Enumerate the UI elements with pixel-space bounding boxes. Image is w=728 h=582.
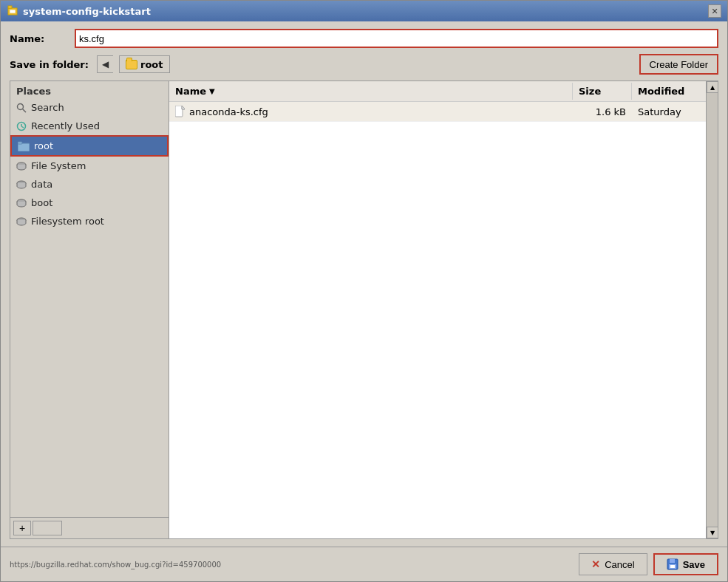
table-row[interactable]: anaconda-ks.cfg 1.6 kB Saturday — [169, 102, 706, 122]
svg-line-7 — [21, 126, 24, 128]
sidebar-item-data-label: data — [31, 179, 52, 190]
sidebar-item-filesystem[interactable]: File System — [10, 157, 169, 175]
data-icon — [16, 179, 27, 190]
dialog-footer: https://bugzilla.redhat.com/show_bug.cgi… — [1, 547, 727, 581]
filesystem-icon — [16, 161, 27, 171]
name-row: Name: — [10, 29, 718, 48]
save-label: Save — [683, 559, 705, 570]
create-folder-button[interactable]: Create Folder — [639, 54, 718, 75]
cancel-label: Cancel — [605, 559, 634, 570]
dialog-title: system-config-kickstart — [23, 6, 151, 17]
clock-icon — [16, 121, 27, 131]
svg-rect-1 — [8, 6, 12, 8]
filename-input[interactable] — [75, 29, 718, 48]
sort-arrow: ▼ — [209, 87, 215, 95]
current-folder-name: root — [140, 59, 163, 70]
file-name: anaconda-ks.cfg — [189, 106, 268, 117]
sidebar-item-data[interactable]: data — [10, 175, 169, 194]
sidebar-item-search[interactable]: Search — [10, 98, 169, 117]
name-label: Name: — [10, 33, 69, 44]
cancel-button[interactable]: ✕ Cancel — [579, 553, 647, 575]
sidebar-item-root-label: root — [34, 140, 53, 151]
column-modified[interactable]: Modified — [632, 83, 706, 100]
add-bookmark-button[interactable]: + — [13, 521, 31, 535]
sidebar-item-boot[interactable]: boot — [10, 194, 169, 212]
save-button[interactable]: Save — [653, 553, 718, 575]
sidebar-item-recently-used-label: Recently Used — [31, 120, 100, 131]
current-folder-path: root — [119, 55, 170, 73]
scroll-up-button[interactable]: ▲ — [707, 81, 718, 93]
separator — [33, 521, 62, 535]
title-bar: system-config-kickstart ✕ — [1, 1, 727, 21]
cancel-icon: ✕ — [591, 558, 600, 570]
close-button[interactable]: ✕ — [708, 4, 721, 18]
svg-point-3 — [18, 103, 24, 109]
svg-rect-9 — [18, 142, 22, 144]
sidebar-item-fsroot[interactable]: Filesystem root — [10, 212, 169, 230]
file-size-cell: 1.6 kB — [573, 105, 632, 119]
sidebar-item-fsroot-label: Filesystem root — [31, 216, 104, 227]
file-modified: Saturday — [638, 106, 681, 117]
fsroot-icon — [16, 216, 27, 227]
file-size: 1.6 kB — [596, 106, 626, 117]
footer-url: https://bugzilla.redhat.com/show_bug.cgi… — [10, 561, 221, 569]
scrollbar-track — [707, 93, 718, 527]
sidebar-items: Search Recently Used root — [10, 98, 169, 517]
column-name[interactable]: Name ▼ — [169, 83, 573, 100]
folder-row: Save in folder: ◀ root Create Folder — [10, 54, 718, 75]
svg-rect-2 — [10, 10, 16, 13]
dialog-icon — [7, 5, 18, 17]
file-area: Name ▼ Size Modified — [169, 81, 706, 538]
folder-blue-icon — [18, 141, 30, 151]
sidebar-item-recently-used[interactable]: Recently Used — [10, 117, 169, 135]
svg-rect-17 — [670, 559, 675, 563]
svg-line-4 — [23, 109, 27, 112]
sidebar-item-boot-label: boot — [31, 197, 52, 208]
svg-marker-15 — [182, 106, 185, 109]
column-name-label: Name — [175, 86, 206, 97]
dialog-body: Name: Save in folder: ◀ root Create Fold… — [1, 21, 727, 547]
boot-icon — [16, 198, 27, 208]
sidebar-header: Places — [10, 81, 169, 98]
save-dialog: system-config-kickstart ✕ Name: Save in … — [0, 0, 728, 582]
sidebar-item-root[interactable]: root — [10, 135, 169, 157]
scroll-down-button[interactable]: ▼ — [707, 527, 718, 538]
vertical-scrollbar[interactable]: ▲ ▼ — [706, 81, 718, 538]
title-bar-left: system-config-kickstart — [7, 5, 151, 17]
main-area: Places Search Recently Used — [10, 81, 718, 539]
save-icon — [667, 558, 678, 570]
svg-rect-8 — [18, 143, 30, 151]
file-list-header: Name ▼ Size Modified — [169, 81, 706, 102]
folder-label: Save in folder: — [10, 59, 91, 70]
search-icon — [16, 103, 27, 113]
file-modified-cell: Saturday — [632, 105, 706, 119]
file-name-cell: anaconda-ks.cfg — [169, 104, 573, 119]
column-modified-label: Modified — [638, 86, 684, 97]
column-size-label: Size — [579, 86, 601, 97]
sidebar: Places Search Recently Used — [10, 81, 169, 538]
svg-rect-19 — [670, 565, 675, 568]
sidebar-item-search-label: Search — [31, 102, 64, 113]
file-list: anaconda-ks.cfg 1.6 kB Saturday — [169, 102, 706, 538]
column-size[interactable]: Size — [573, 83, 632, 100]
file-icon — [175, 106, 185, 117]
sidebar-footer: + — [10, 517, 169, 538]
sidebar-item-filesystem-label: File System — [31, 160, 86, 171]
back-button[interactable]: ◀ — [97, 55, 113, 73]
folder-path-icon — [126, 60, 137, 69]
